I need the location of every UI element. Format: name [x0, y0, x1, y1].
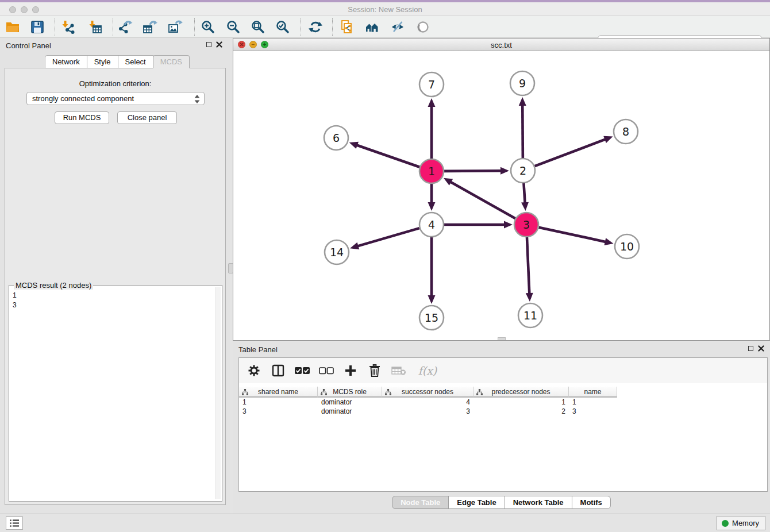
close-panel-button[interactable]: Close panel: [117, 111, 177, 124]
node-table-rows: 1dominator4113dominator323: [239, 398, 767, 416]
network-canvas[interactable]: 1234678910111415: [233, 51, 769, 340]
edge-3-1[interactable]: [450, 182, 515, 218]
open-file-icon[interactable]: [3, 18, 22, 36]
mcds-result-list: 13: [13, 291, 17, 310]
optimization-criterion-label: Optimization criterion:: [5, 79, 225, 88]
table-row[interactable]: 1dominator411: [239, 398, 767, 407]
edge-2-3[interactable]: [523, 183, 525, 203]
tab-select[interactable]: Select: [118, 55, 153, 68]
graph-node-label-1: 1: [428, 165, 435, 178]
mcds-result-line: 1: [13, 291, 17, 300]
delete-table-icon[interactable]: [391, 363, 407, 379]
status-bar: Memory: [0, 514, 770, 532]
table-settings-gear-icon[interactable]: [246, 363, 262, 379]
memory-status-dot: [722, 520, 729, 527]
graph-node-label-2: 2: [519, 164, 526, 177]
edge-arrowhead: [349, 142, 359, 149]
tab-network[interactable]: Network: [45, 55, 87, 68]
task-history-button[interactable]: [6, 516, 23, 530]
tab-style[interactable]: Style: [87, 55, 118, 68]
function-builder-icon[interactable]: f(x): [415, 363, 440, 379]
import-table-icon[interactable]: [85, 18, 105, 36]
application-window: Session: New Session: [0, 0, 770, 532]
export-network-icon[interactable]: [116, 18, 135, 36]
network-splitter-grip[interactable]: [498, 337, 506, 340]
edge-2-8[interactable]: [535, 139, 606, 166]
delete-column-trash-icon[interactable]: [367, 363, 383, 379]
mcds-result-scrollbar[interactable]: [215, 287, 221, 499]
optimization-criterion-value: strongly connected component: [32, 94, 134, 103]
memory-button[interactable]: Memory: [717, 516, 765, 530]
save-session-icon[interactable]: [28, 18, 47, 36]
apply-layout-icon[interactable]: [306, 18, 325, 36]
table-cell[interactable]: 1: [569, 398, 617, 407]
control-panel-title: Control Panel: [6, 41, 51, 50]
table-cell[interactable]: 3: [382, 407, 473, 416]
table-row[interactable]: 3dominator323: [239, 407, 767, 416]
close-panel-icon[interactable]: [216, 41, 222, 48]
show-all-eye-icon[interactable]: [413, 18, 433, 36]
table-panel-window-controls: [748, 345, 764, 352]
import-network-icon[interactable]: [58, 18, 78, 36]
mcds-result-title: MCDS result (2 nodes): [14, 281, 93, 290]
hide-selected-eye-icon[interactable]: [388, 18, 407, 36]
table-cell[interactable]: 3: [239, 407, 318, 416]
control-panel-window-controls: [206, 41, 222, 48]
table-cell[interactable]: 1: [239, 398, 318, 407]
edge-arrowhead: [521, 202, 529, 211]
table-cell[interactable]: dominator: [318, 407, 382, 416]
edge-1-2[interactable]: [444, 171, 502, 171]
edge-2-9[interactable]: [522, 105, 523, 158]
float-panel-icon[interactable]: [206, 42, 211, 47]
table-toolbar: f(x): [239, 358, 767, 383]
graph-node-label-6: 6: [333, 132, 340, 144]
float-table-panel-icon[interactable]: [748, 346, 753, 351]
tab-mcds[interactable]: MCDS: [153, 55, 190, 68]
zoom-in-icon[interactable]: [198, 18, 218, 36]
network-view-window: ✕ − + scc.txt 1234678910111415: [233, 38, 770, 341]
table-cell[interactable]: 1: [473, 398, 569, 407]
open-ndex-home-icon[interactable]: [363, 18, 382, 36]
edge-arrowhead: [603, 136, 613, 143]
optimization-criterion-select[interactable]: strongly connected component: [26, 92, 205, 105]
table-panel-title: Table Panel: [238, 345, 278, 354]
network-window-titlebar[interactable]: ✕ − + scc.txt: [233, 38, 769, 51]
edge-arrowhead: [428, 98, 436, 107]
duplicate-network-icon[interactable]: [337, 18, 357, 36]
edge-arrowhead: [526, 293, 533, 302]
table-cell[interactable]: 4: [382, 398, 473, 407]
tab-edge-table[interactable]: Edge Table: [448, 496, 505, 509]
add-column-icon[interactable]: [342, 363, 359, 379]
column-header-predecessor-nodes[interactable]: predecessor nodes: [473, 387, 569, 398]
column-header-label: shared name: [258, 388, 298, 396]
window-titlebar[interactable]: Session: New Session: [0, 2, 770, 16]
memory-label: Memory: [732, 519, 759, 527]
tab-motifs[interactable]: Motifs: [572, 496, 611, 509]
edge-4-14[interactable]: [357, 228, 419, 246]
column-header-successor-nodes[interactable]: successor nodes: [382, 387, 473, 398]
edge-1-6[interactable]: [356, 145, 419, 167]
tab-network-table[interactable]: Network Table: [505, 496, 572, 509]
edge-3-10[interactable]: [538, 228, 606, 242]
table-cell[interactable]: 2: [473, 407, 569, 416]
zoom-fit-icon[interactable]: [248, 18, 268, 36]
edge-3-11[interactable]: [527, 237, 529, 294]
column-header-name[interactable]: name: [569, 387, 617, 398]
window-title: Session: New Session: [0, 5, 770, 14]
select-all-columns-icon[interactable]: [294, 363, 310, 379]
column-header-MCDS-role[interactable]: MCDS role: [318, 387, 382, 398]
table-cell[interactable]: dominator: [318, 398, 382, 407]
zoom-out-icon[interactable]: [224, 18, 243, 36]
table-cell[interactable]: 3: [569, 407, 617, 416]
zoom-selected-icon[interactable]: [273, 18, 292, 36]
export-table-icon[interactable]: [140, 18, 160, 36]
tab-node-table[interactable]: Node Table: [392, 496, 449, 509]
run-mcds-button[interactable]: Run MCDS: [55, 111, 109, 124]
edge-arrowhead: [504, 221, 513, 229]
deselect-all-columns-icon[interactable]: [318, 363, 334, 379]
close-table-panel-icon[interactable]: [758, 345, 764, 352]
edge-arrowhead: [500, 167, 509, 175]
column-layout-icon[interactable]: [270, 363, 286, 379]
column-header-shared-name[interactable]: shared name: [239, 387, 318, 398]
export-image-icon[interactable]: [165, 18, 185, 36]
